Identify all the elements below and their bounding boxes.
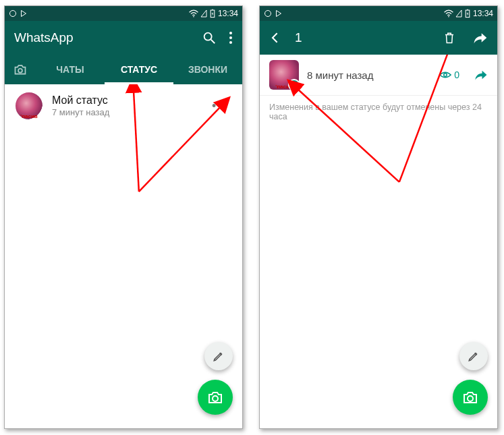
phone-right: 13:34 1 'пасив 8 минут назад 0 Изменения… [259,5,498,429]
svg-point-0 [10,11,16,17]
check-badge [288,79,300,91]
phone-left: 13:34 WhatsApp ЧАТЫ СТАТУС ЗВОНКИ 'пасив… [4,5,243,429]
svg-point-18 [468,396,473,401]
svg-point-17 [444,74,447,77]
statusbar-time: 13:34 [218,9,238,18]
play-status-icon [275,9,283,18]
wifi-icon [189,9,198,18]
selected-status-row[interactable]: 'пасив 8 минут назад 0 [260,55,497,96]
whatsapp-status-icon [264,9,272,18]
svg-rect-3 [212,9,213,10]
svg-point-14 [448,16,449,18]
svg-point-1 [193,16,194,18]
fab-edit[interactable] [459,342,488,370]
statusbar: 13:34 [260,6,497,21]
wifi-icon [444,9,453,18]
content-left: 'пасив Мой статус 7 минут назад ••• [5,84,242,428]
fab-camera[interactable] [453,380,488,415]
svg-rect-16 [467,9,468,10]
tab-calls[interactable]: ЗВОНКИ [173,55,242,84]
status-options-icon[interactable]: ••• [208,95,233,117]
tab-status[interactable]: СТАТУС [105,55,173,84]
status-avatar: 'пасив [14,91,44,121]
status-timestamp: 8 минут назад [307,69,431,81]
back-icon[interactable] [269,31,283,45]
eye-icon [439,71,451,79]
tab-calls-label: ЗВОНКИ [188,64,227,75]
whatsapp-status-icon [9,9,17,18]
views-count: 0 [439,69,459,80]
fab-edit[interactable] [204,342,233,370]
app-header: WhatsApp [5,21,242,55]
svg-point-13 [265,11,271,17]
search-icon[interactable] [202,30,217,45]
svg-point-7 [229,36,232,39]
svg-line-5 [211,40,215,44]
signal-icon [200,9,207,18]
more-icon[interactable] [229,31,233,45]
battery-icon [209,9,216,18]
svg-point-4 [204,33,212,40]
selected-count: 1 [295,30,431,45]
status-retention-note: Изменения в вашем статусе будут отменены… [260,96,497,128]
svg-point-8 [229,41,232,44]
play-status-icon [20,9,28,18]
app-title: WhatsApp [14,30,190,45]
statusbar: 13:34 [5,6,242,21]
camera-icon [462,390,478,405]
selection-header: 1 [260,21,497,55]
fab-camera[interactable] [198,380,233,415]
pencil-icon [213,350,225,362]
my-status-title: Мой статус [52,94,109,107]
svg-point-10 [213,396,218,401]
my-status-subtitle: 7 минут назад [52,107,109,117]
content-right: 'пасив 8 минут назад 0 Изменения в вашем… [260,55,497,428]
camera-icon [207,390,223,405]
battery-icon [464,9,471,18]
tab-chats-label: ЧАТЫ [56,64,84,75]
annotation-arrows-left [5,84,242,428]
pencil-icon [468,350,480,362]
svg-point-9 [18,69,22,73]
trash-icon[interactable] [443,31,455,45]
my-status-row[interactable]: 'пасив Мой статус 7 минут назад ••• [5,84,242,127]
signal-icon [455,9,462,18]
tabs: ЧАТЫ СТАТУС ЗВОНКИ [5,55,242,84]
forward-icon[interactable] [473,32,488,44]
statusbar-time: 13:34 [473,9,493,18]
tab-chats[interactable]: ЧАТЫ [36,55,105,84]
tab-camera[interactable] [5,63,36,76]
svg-point-6 [229,32,232,34]
forward-row-icon[interactable] [474,69,488,80]
tab-status-label: СТАТУС [121,64,157,75]
